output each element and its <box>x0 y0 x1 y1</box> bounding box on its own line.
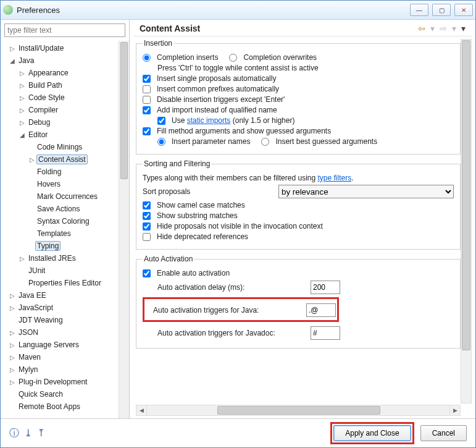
tree-item[interactable]: Hovers <box>35 180 62 188</box>
fill-method-args-checkbox[interactable] <box>143 127 151 135</box>
completion-inserts-radio[interactable] <box>143 54 151 62</box>
add-import-checkbox[interactable] <box>143 106 151 114</box>
insert-common-checkbox[interactable] <box>143 85 151 93</box>
tree-item[interactable]: Code Minings <box>35 143 84 151</box>
static-imports-link[interactable]: static imports <box>187 116 231 125</box>
expand-icon[interactable]: ▷ <box>8 366 17 373</box>
tree-item[interactable]: Installed JREs <box>27 254 78 263</box>
tree-scrollbar[interactable] <box>119 41 129 418</box>
enable-auto-activation-label: Enable auto activation <box>157 269 230 277</box>
insert-single-checkbox[interactable] <box>143 75 151 83</box>
tree-item[interactable]: Java EE <box>17 291 48 300</box>
delay-input[interactable] <box>311 281 340 294</box>
back-icon[interactable]: ⇦ <box>418 23 425 33</box>
enable-auto-activation-checkbox[interactable] <box>143 269 151 277</box>
triggers-javadoc-input[interactable] <box>311 326 340 340</box>
tree-item[interactable]: JUnit <box>27 266 47 275</box>
expand-icon[interactable]: ▷ <box>8 342 17 349</box>
content-scrollbar-vertical[interactable] <box>461 39 472 404</box>
tree-item[interactable]: JavaScript <box>17 303 55 312</box>
tree-item[interactable]: JSON <box>17 328 40 337</box>
tree-item[interactable]: Templates <box>35 229 73 238</box>
tree-item[interactable]: Typing <box>35 241 61 251</box>
help-icon[interactable]: ⓘ <box>9 427 19 440</box>
app-icon <box>3 5 13 15</box>
export-icon[interactable]: ⤒ <box>37 427 45 440</box>
right-panel: Content Assist ⇦▾ ⇨▾ ▾ Insertion Complet… <box>130 20 475 418</box>
sort-proposals-select[interactable]: by relevance <box>278 185 454 198</box>
expand-icon[interactable]: ▷ <box>18 70 27 77</box>
tree-item[interactable]: Maven <box>17 353 43 361</box>
expand-icon[interactable]: ▷ <box>8 329 17 336</box>
expand-icon[interactable]: ▷ <box>8 379 17 386</box>
tree-item[interactable]: Properties Files Editor <box>27 279 103 287</box>
tree-item[interactable]: Syntax Coloring <box>35 217 91 226</box>
expand-icon[interactable]: ▷ <box>8 305 17 311</box>
menu-icon[interactable]: ▾ <box>461 23 466 33</box>
completion-overwrites-radio[interactable] <box>229 54 237 62</box>
tree-item[interactable]: Mylyn <box>17 365 40 374</box>
filter-input[interactable] <box>4 23 125 37</box>
collapse-icon[interactable]: ◢ <box>8 57 17 64</box>
content-scrollbar-horizontal[interactable]: ◀ ▶ <box>136 405 461 416</box>
expand-icon[interactable]: ▷ <box>18 82 27 89</box>
expand-icon[interactable]: ▷ <box>8 292 17 299</box>
apply-and-close-button[interactable]: Apply and Close <box>333 425 411 441</box>
expand-icon[interactable]: ▷ <box>8 354 17 361</box>
tree-item[interactable]: Code Style <box>27 93 67 102</box>
tree-item[interactable]: Editor <box>27 130 49 139</box>
highlight-apply-close: Apply and Close <box>330 422 414 444</box>
tree-item[interactable]: Install/Update <box>17 44 65 53</box>
scroll-left-icon[interactable]: ◀ <box>136 405 147 415</box>
sort-proposals-label: Sort proposals <box>143 187 278 196</box>
preference-tree[interactable]: ▷Install/Update ◢Java ▷Appearance ▷Build… <box>1 41 129 418</box>
insert-param-names-radio[interactable] <box>157 138 165 146</box>
titlebar[interactable]: Preferences — ▢ ✕ <box>1 1 475 20</box>
expand-icon[interactable]: ▷ <box>18 95 27 101</box>
hide-deprecated-checkbox[interactable] <box>143 233 151 241</box>
insertion-legend: Insertion <box>143 39 173 48</box>
tree-item[interactable]: Debug <box>27 118 52 127</box>
collapse-icon[interactable]: ◢ <box>18 132 27 138</box>
close-button[interactable]: ✕ <box>454 4 473 16</box>
import-icon[interactable]: ⤓ <box>24 427 32 440</box>
tree-item[interactable]: Remote Boot Apps <box>17 402 82 411</box>
cancel-button[interactable]: Cancel <box>420 425 467 441</box>
maximize-button[interactable]: ▢ <box>432 4 451 16</box>
minimize-button[interactable]: — <box>410 4 428 16</box>
expand-icon[interactable]: ▷ <box>18 107 27 114</box>
tree-item[interactable]: Appearance <box>27 69 70 77</box>
add-import-label: Add import instead of qualified name <box>157 106 277 114</box>
window-buttons: — ▢ ✕ <box>410 4 473 16</box>
expand-icon[interactable]: ▷ <box>8 45 17 52</box>
camel-case-checkbox[interactable] <box>143 201 151 209</box>
triggers-java-input[interactable] <box>306 303 336 317</box>
expand-icon[interactable]: ▷ <box>18 119 27 126</box>
tree-item[interactable]: Java <box>17 56 36 65</box>
disable-triggers-checkbox[interactable] <box>143 96 151 104</box>
tree-item[interactable]: JDT Weaving <box>17 316 65 324</box>
tree-item[interactable]: Compiler <box>27 106 60 114</box>
tree-item[interactable]: Save Actions <box>35 205 81 213</box>
tree-item[interactable]: Quick Search <box>17 390 65 399</box>
type-filters-link[interactable]: type filters <box>317 174 351 182</box>
substring-checkbox[interactable] <box>143 212 151 220</box>
forward-icon[interactable]: ⇨ <box>440 23 447 33</box>
tree-item[interactable]: Mark Occurrences <box>35 192 99 201</box>
sorting-group: Sorting and Filtering Types along with t… <box>136 159 461 250</box>
expand-icon[interactable]: ▷ <box>18 255 27 262</box>
completion-overwrites-label: Completion overwrites <box>243 53 317 62</box>
hide-not-visible-checkbox[interactable] <box>143 222 151 230</box>
use-static-imports-checkbox[interactable] <box>157 117 165 125</box>
tree-item[interactable]: Folding <box>35 167 63 176</box>
tree-item-selected[interactable]: Content Assist <box>36 154 88 164</box>
tree-item[interactable]: Build Path <box>27 81 64 90</box>
fill-method-args-label: Fill method arguments and show guessed a… <box>157 127 331 135</box>
hide-deprecated-label: Hide deprecated references <box>157 232 248 241</box>
insertion-group: Insertion Completion inserts Completion … <box>136 39 461 154</box>
expand-icon[interactable]: ▷ <box>28 156 36 163</box>
tree-item[interactable]: Plug-in Development <box>17 378 89 386</box>
insert-best-guess-radio[interactable] <box>261 138 269 146</box>
tree-item[interactable]: Language Servers <box>17 340 81 349</box>
scroll-right-icon[interactable]: ▶ <box>449 405 460 415</box>
